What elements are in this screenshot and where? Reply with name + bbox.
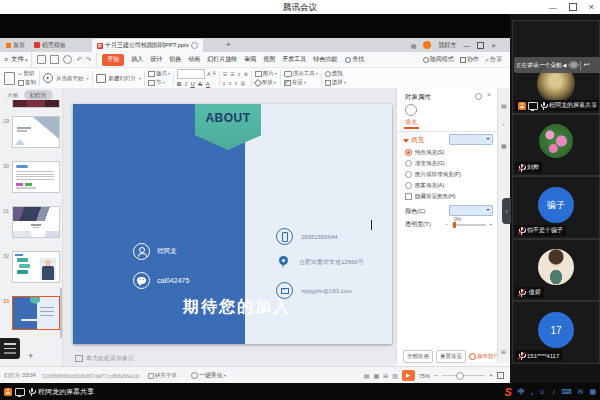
- paste-icon[interactable]: [4, 72, 15, 85]
- scrollbar[interactable]: [60, 288, 62, 338]
- panel-close-icon[interactable]: ×: [487, 91, 491, 98]
- cut-label[interactable]: 剪切: [23, 70, 34, 77]
- tab-document[interactable]: P 十月三建公司校园招聘PPT.pptx: [92, 39, 203, 52]
- save-icon[interactable]: [37, 55, 46, 64]
- zoom-out-icon[interactable]: −: [434, 372, 438, 379]
- wps-minimize-icon[interactable]: —: [463, 42, 470, 49]
- insert-picture-button[interactable]: 图片▾: [255, 70, 277, 77]
- ribbon-tab-start[interactable]: 开始: [102, 54, 124, 66]
- tab-store[interactable]: 稻壳模板: [30, 38, 70, 52]
- slide-thumbnail[interactable]: [12, 116, 60, 148]
- sogou-ime-icon[interactable]: S: [504, 386, 511, 398]
- ribbon-tab-design[interactable]: 设计: [150, 55, 162, 64]
- line-spacing-icon[interactable]: ≣: [244, 71, 248, 77]
- align-right-icon[interactable]: ≡: [235, 80, 238, 86]
- close-icon[interactable]: ×: [589, 2, 594, 12]
- checkbox-hide-background[interactable]: [405, 193, 412, 200]
- bold-button[interactable]: B: [177, 81, 181, 87]
- color-dropdown[interactable]: [449, 205, 493, 216]
- ime-emoji-icon[interactable]: ☺: [539, 388, 546, 395]
- strip-bottom-icon[interactable]: ⊞: [501, 348, 506, 355]
- file-menu[interactable]: 文件: [11, 55, 24, 64]
- play-from-current-button[interactable]: ▶ 从当前开始▾: [43, 73, 89, 83]
- normal-view-icon[interactable]: ▤: [364, 372, 370, 379]
- animation-strip-icon[interactable]: ◔: [501, 122, 505, 128]
- missing-fonts-button[interactable]: 缺失字体: [148, 372, 177, 379]
- transparency-slider[interactable]: [452, 224, 486, 226]
- bullet-list-icon[interactable]: ☰: [223, 71, 227, 77]
- radio-solid-fill[interactable]: [405, 149, 412, 156]
- zoom-slider-handle[interactable]: [456, 372, 464, 380]
- panel-collapse-handle[interactable]: ›: [502, 198, 511, 224]
- ribbon-tab-slideshow[interactable]: 幻灯片放映: [207, 55, 237, 64]
- select-button[interactable]: 选择▾: [325, 79, 346, 86]
- present-tools-button[interactable]: 演示工具▾: [284, 70, 318, 77]
- zoom-in-icon[interactable]: +: [489, 372, 493, 379]
- font-color-button[interactable]: A: [206, 81, 210, 88]
- ime-skin-icon[interactable]: ✉: [578, 388, 584, 396]
- contact-phone-row[interactable]: 18651556644: [276, 228, 338, 245]
- align-left-icon[interactable]: ≡: [223, 80, 226, 86]
- zoom-level[interactable]: 75%: [419, 373, 430, 379]
- slide-sorter-icon[interactable]: ▦: [373, 372, 379, 379]
- slide-thumbnail[interactable]: [12, 161, 60, 193]
- contact-wechat-row[interactable]: cal042475: [133, 272, 189, 289]
- pin-icon[interactable]: [475, 93, 482, 100]
- new-slide-button[interactable]: 新建幻灯片▾: [96, 74, 142, 83]
- radio-pattern-fill[interactable]: [405, 182, 412, 189]
- font-bigger-icon[interactable]: A: [207, 71, 211, 77]
- ribbon-tab-view[interactable]: 视图: [263, 55, 275, 64]
- apps-grid-icon[interactable]: ▦: [411, 42, 417, 49]
- beautify-button[interactable]: 一键美化 ▾: [191, 371, 226, 380]
- contact-address-row[interactable]: 合肥市繁华大道12666号: [276, 255, 364, 270]
- slide-caption[interactable]: 期待您的加入: [183, 297, 291, 318]
- fit-screen-icon[interactable]: [497, 372, 504, 379]
- transparency-slider-handle[interactable]: [453, 222, 456, 228]
- fill-tab-icon[interactable]: [405, 104, 417, 116]
- ime-lang-indicator[interactable]: 中: [518, 387, 525, 397]
- contact-name-row[interactable]: 程阿龙: [133, 243, 177, 260]
- notes-row[interactable]: 单击此处添加备注: [75, 354, 134, 363]
- print-icon[interactable]: [50, 55, 59, 64]
- preview-icon[interactable]: [63, 55, 72, 64]
- tab-home[interactable]: 首页: [2, 38, 29, 52]
- fill-type-dropdown[interactable]: [449, 134, 493, 145]
- contact-email-row[interactable]: ztjsjgshr@163.com: [276, 282, 352, 299]
- section-button[interactable]: 节▾: [148, 79, 170, 86]
- slides-tab[interactable]: 幻灯片: [24, 90, 53, 100]
- slide-thumbnail[interactable]: [12, 206, 60, 238]
- ime-voice-icon[interactable]: ♪: [552, 388, 556, 395]
- participant-tile[interactable]: 刘桦: [512, 114, 600, 176]
- layout-button[interactable]: 版式▾: [148, 70, 170, 77]
- hamburger-icon[interactable]: ≡: [4, 56, 8, 63]
- radio-picture-fill[interactable]: [405, 171, 412, 178]
- fill-tab-label[interactable]: 填充: [405, 118, 417, 127]
- indent-icon[interactable]: ≡: [238, 71, 241, 77]
- reset-background-button[interactable]: 重置背景: [436, 350, 466, 363]
- reading-view-icon[interactable]: ⊞: [383, 372, 388, 379]
- wps-maximize-icon[interactable]: [477, 42, 484, 49]
- ime-toolbox-icon[interactable]: ▦: [589, 388, 596, 396]
- slide-canvas[interactable]: ABOUT 程阿龙 cal042475 期待您的加入: [73, 104, 392, 344]
- tips-link[interactable]: 操作技巧: [469, 353, 499, 360]
- copy-icon[interactable]: [18, 80, 24, 86]
- participant-tile[interactable]: 骗子 怕不是个骗子: [512, 176, 600, 239]
- slide-thumbnail[interactable]: [12, 251, 60, 283]
- ribbon-tab-animation[interactable]: 动画: [188, 55, 200, 64]
- fill-section-header[interactable]: 填充: [403, 136, 424, 145]
- redo-icon[interactable]: ↷: [85, 56, 91, 64]
- zoom-slider[interactable]: [442, 375, 485, 377]
- participant-tile[interactable]: ·傲娇: [512, 239, 600, 301]
- user-name[interactable]: 我好方: [438, 41, 456, 50]
- apply-all-button[interactable]: 全部应用: [403, 350, 433, 363]
- ribbon-tab-devtools[interactable]: 开发工具: [282, 55, 306, 64]
- reading-mode-button[interactable]: 随阅模式: [423, 55, 454, 64]
- maximize-icon[interactable]: [569, 3, 577, 11]
- insert-shape-button[interactable]: 形状▾: [255, 79, 277, 86]
- font-smaller-icon[interactable]: A: [213, 71, 216, 76]
- share-button[interactable]: ↗ 分享: [485, 55, 502, 64]
- ime-punct-icon[interactable]: ,: [531, 388, 533, 395]
- align-center-icon[interactable]: ≡: [229, 80, 232, 86]
- slide-thumbnail-partial[interactable]: [12, 100, 60, 108]
- copy-label[interactable]: 复制: [25, 79, 36, 86]
